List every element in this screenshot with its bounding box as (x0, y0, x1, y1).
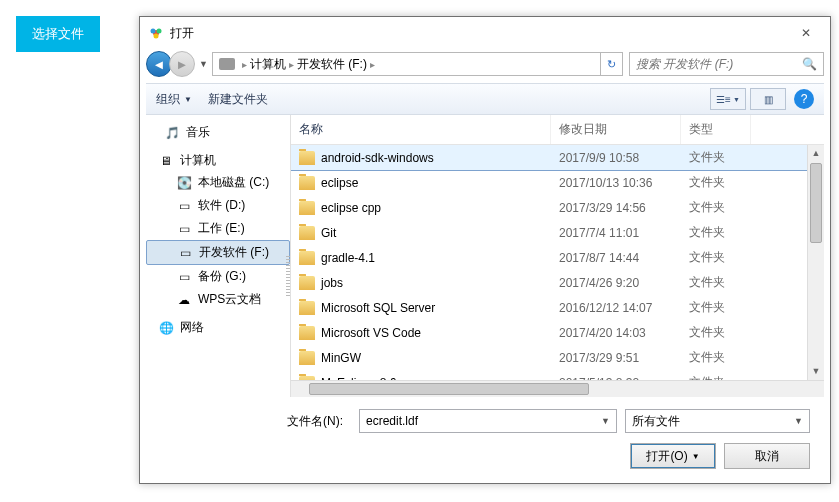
tree-item-network[interactable]: 🌐网络 (146, 311, 290, 338)
file-row[interactable]: MyEclipse-8.62017/5/13 8:32文件夹 (291, 370, 824, 380)
horizontal-scrollbar[interactable] (291, 380, 824, 397)
computer-icon: 🖥 (158, 154, 174, 168)
help-button[interactable]: ? (794, 89, 814, 109)
toolbar: 组织▼ 新建文件夹 ☰≡▼ ▥ ? (146, 83, 824, 115)
search-input[interactable] (636, 57, 817, 71)
breadcrumb-segment[interactable]: 计算机 (250, 56, 286, 73)
file-row[interactable]: eclipse cpp2017/3/29 14:56文件夹 (291, 195, 824, 220)
organize-menu[interactable]: 组织▼ (156, 91, 192, 108)
filename-input[interactable] (366, 414, 610, 428)
file-date: 2017/3/29 9:51 (551, 349, 681, 367)
breadcrumb[interactable]: ▸ 计算机 ▸ 开发软件 (F:) ▸ (212, 52, 601, 76)
file-name: eclipse (321, 176, 358, 190)
drive-icon: ▭ (176, 270, 192, 284)
file-date: 2017/4/26 9:20 (551, 274, 681, 292)
chevron-right-icon[interactable]: ▸ (289, 59, 294, 70)
file-type: 文件夹 (681, 247, 751, 268)
file-name: android-sdk-windows (321, 151, 434, 165)
nav-bar: ◄ ► ▼ ▸ 计算机 ▸ 开发软件 (F:) ▸ ↻ 🔍 (146, 49, 824, 79)
scroll-up-arrow[interactable]: ▲ (808, 145, 824, 162)
chevron-right-icon[interactable]: ▸ (242, 59, 247, 70)
tree-item-drive[interactable]: ▭工作 (E:) (146, 217, 290, 240)
scroll-thumb[interactable] (810, 163, 822, 243)
file-name: MinGW (321, 351, 361, 365)
chevron-right-icon[interactable]: ▸ (370, 59, 375, 70)
music-icon: 🎵 (164, 126, 180, 140)
chevron-down-icon[interactable]: ▼ (794, 416, 803, 426)
scroll-thumb[interactable] (309, 383, 589, 395)
titlebar: 打开 ✕ (140, 17, 830, 49)
file-date: 2017/10/13 10:36 (551, 174, 681, 192)
tree-resize-grip[interactable] (286, 256, 290, 296)
tree-item-drive[interactable]: ▭备份 (G:) (146, 265, 290, 288)
file-row[interactable]: Microsoft VS Code2017/4/20 14:03文件夹 (291, 320, 824, 345)
drive-label: 本地磁盘 (C:) (198, 174, 269, 191)
file-type: 文件夹 (681, 372, 751, 380)
file-type: 文件夹 (681, 222, 751, 243)
select-file-button[interactable]: 选择文件 (16, 16, 100, 52)
chevron-down-icon[interactable]: ▼ (601, 416, 610, 426)
tree-item-music[interactable]: 🎵音乐 (146, 121, 290, 144)
file-date: 2016/12/12 14:07 (551, 299, 681, 317)
folder-icon (299, 251, 315, 265)
svg-point-1 (151, 29, 156, 34)
new-folder-button[interactable]: 新建文件夹 (208, 91, 268, 108)
nav-forward-button: ► (169, 51, 195, 77)
file-row[interactable]: Git2017/7/4 11:01文件夹 (291, 220, 824, 245)
column-type[interactable]: 类型 (681, 115, 751, 144)
file-name: jobs (321, 276, 343, 290)
app-icon (148, 25, 164, 41)
tree-item-drive[interactable]: ▭软件 (D:) (146, 194, 290, 217)
view-mode-button[interactable]: ☰≡▼ (710, 88, 746, 110)
cancel-button[interactable]: 取消 (724, 443, 810, 469)
open-button[interactable]: 打开(O)▼ (630, 443, 716, 469)
file-type: 文件夹 (681, 272, 751, 293)
file-date: 2017/3/29 14:56 (551, 199, 681, 217)
search-icon: 🔍 (802, 57, 817, 71)
file-type: 文件夹 (681, 322, 751, 343)
file-date: 2017/9/9 10:58 (551, 149, 681, 167)
search-box[interactable]: 🔍 (629, 52, 824, 76)
drive-icon: ▭ (176, 199, 192, 213)
folder-icon (299, 176, 315, 190)
vertical-scrollbar[interactable]: ▲ ▼ (807, 145, 824, 380)
file-date: 2017/4/20 14:03 (551, 324, 681, 342)
dialog-footer: 文件名(N): ▼ 所有文件 ▼ 打开(O)▼ 取消 (146, 397, 824, 483)
drive-label: 工作 (E:) (198, 220, 245, 237)
nav-history-dropdown[interactable]: ▼ (199, 59, 208, 69)
file-row[interactable]: gradle-4.12017/8/7 14:44文件夹 (291, 245, 824, 270)
file-row[interactable]: jobs2017/4/26 9:20文件夹 (291, 270, 824, 295)
column-name[interactable]: 名称 (291, 115, 551, 144)
file-row[interactable]: Microsoft SQL Server2016/12/12 14:07文件夹 (291, 295, 824, 320)
drive-label: WPS云文档 (198, 291, 261, 308)
filename-field[interactable]: ▼ (359, 409, 617, 433)
tree-item-drive[interactable]: ▭开发软件 (F:) (146, 240, 290, 265)
preview-pane-button[interactable]: ▥ (750, 88, 786, 110)
tree-item-drive[interactable]: 💽本地磁盘 (C:) (146, 171, 290, 194)
file-name: Microsoft SQL Server (321, 301, 435, 315)
file-row[interactable]: MinGW2017/3/29 9:51文件夹 (291, 345, 824, 370)
column-date[interactable]: 修改日期 (551, 115, 681, 144)
column-headers: 名称 修改日期 类型 (291, 115, 824, 145)
drive-icon: ▭ (177, 246, 193, 260)
filename-label: 文件名(N): (146, 413, 351, 430)
drive-icon: ▭ (176, 222, 192, 236)
refresh-button[interactable]: ↻ (601, 52, 623, 76)
scroll-down-arrow[interactable]: ▼ (808, 363, 824, 380)
tree-item-computer[interactable]: 🖥计算机 (146, 144, 290, 171)
drive-label: 备份 (G:) (198, 268, 246, 285)
file-date: 2017/7/4 11:01 (551, 224, 681, 242)
drive-icon: ☁ (176, 293, 192, 307)
file-name: eclipse cpp (321, 201, 381, 215)
dialog-title: 打开 (170, 25, 790, 42)
drive-label: 开发软件 (F:) (199, 244, 269, 261)
file-filter-dropdown[interactable]: 所有文件 ▼ (625, 409, 810, 433)
network-icon: 🌐 (158, 321, 174, 335)
breadcrumb-segment[interactable]: 开发软件 (F:) (297, 56, 367, 73)
tree-item-drive[interactable]: ☁WPS云文档 (146, 288, 290, 311)
close-icon[interactable]: ✕ (790, 26, 822, 41)
file-date: 2017/8/7 14:44 (551, 249, 681, 267)
folder-icon (299, 226, 315, 240)
file-row[interactable]: eclipse2017/10/13 10:36文件夹 (291, 170, 824, 195)
file-row[interactable]: android-sdk-windows2017/9/9 10:58文件夹 (291, 145, 824, 171)
